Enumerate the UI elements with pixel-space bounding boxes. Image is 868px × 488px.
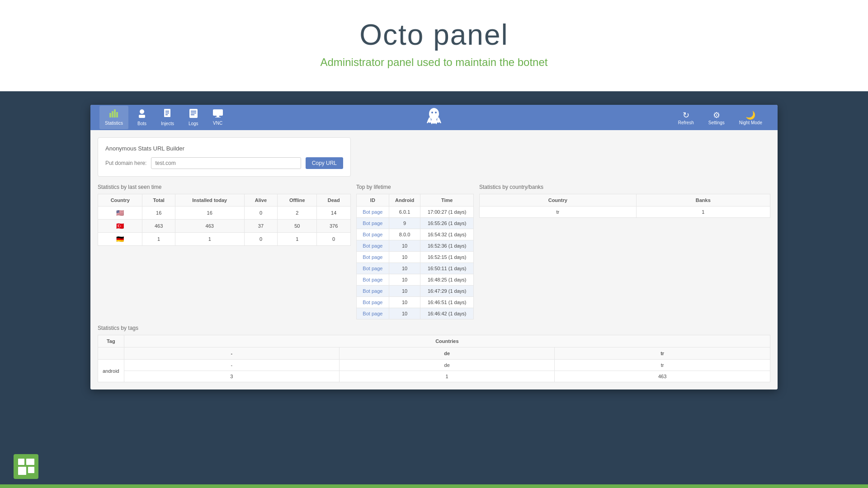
- nav-bots[interactable]: Bots: [132, 105, 152, 130]
- table-row: Bot page 9 16:55:26 (1 days): [357, 218, 474, 229]
- stats-by-tags-title: Statistics by tags: [98, 325, 770, 331]
- th-total: Total: [142, 194, 175, 206]
- table-row: 🇺🇸 16 16 0 2 14: [98, 206, 351, 220]
- nav-statistics[interactable]: Statistics: [99, 106, 128, 129]
- top-header: Octo panel Administrator panel used to m…: [0, 0, 868, 91]
- cell-bot-page[interactable]: Bot page: [357, 229, 389, 240]
- green-bar: [0, 484, 868, 488]
- main-content: Anonymous Stats URL Builder Put domain h…: [90, 130, 778, 389]
- cell-time: 16:52:15 (1 days): [420, 252, 474, 263]
- svg-rect-0: [109, 113, 111, 117]
- cell-offline: 1: [278, 233, 317, 246]
- cell-country-header: de: [339, 360, 554, 371]
- cell-time: 16:52:36 (1 days): [420, 240, 474, 252]
- table-row: 🇹🇷 463 463 37 50 376: [98, 220, 351, 233]
- nav-settings[interactable]: ⚙ Settings: [702, 107, 731, 129]
- cell-country-val: 3: [124, 371, 339, 382]
- statistics-icon: [109, 109, 118, 120]
- stats-by-tags-table: Tag Countries -detr android-detr31463: [98, 335, 770, 382]
- domain-input[interactable]: [151, 157, 301, 169]
- top-by-lifetime-table: ID Android Time Bot page 6.0.1 17:00:27 …: [356, 194, 474, 319]
- nav-refresh[interactable]: ↻ Refresh: [672, 107, 700, 129]
- col-stats-last-seen: Statistics by last seen time Country Tot…: [98, 184, 351, 319]
- svg-point-17: [429, 108, 439, 120]
- cell-android: 10: [389, 297, 420, 308]
- cell-bot-page[interactable]: Bot page: [357, 286, 389, 297]
- cell-bot-page[interactable]: Bot page: [357, 263, 389, 274]
- nav-vnc-label: VNC: [213, 121, 222, 126]
- cell-dead: 376: [317, 220, 351, 233]
- cell-bot-page[interactable]: Bot page: [357, 218, 389, 229]
- cell-offline: 2: [278, 206, 317, 220]
- cell-country-header: tr: [555, 360, 770, 371]
- cell-time: 16:48:25 (1 days): [420, 274, 474, 286]
- cell-bot-page[interactable]: Bot page: [357, 297, 389, 308]
- table-row: 🇩🇪 1 1 0 1 0: [98, 233, 351, 246]
- svg-rect-3: [116, 112, 118, 117]
- cell-alive: 0: [244, 233, 278, 246]
- cell-country-val: 463: [555, 371, 770, 382]
- cell-dead: 14: [317, 206, 351, 220]
- cell-total: 1: [142, 233, 175, 246]
- cell-time: 16:54:32 (1 days): [420, 229, 474, 240]
- svg-rect-20: [18, 459, 24, 465]
- cell-android: 9: [389, 218, 420, 229]
- copy-url-button[interactable]: Copy URL: [306, 157, 343, 169]
- url-builder-row: Put domain here: Copy URL: [105, 157, 343, 169]
- cell-flag: 🇺🇸: [98, 206, 142, 220]
- stats-last-seen-title: Statistics by last seen time: [98, 184, 351, 190]
- svg-rect-23: [28, 467, 34, 473]
- svg-point-18: [431, 112, 433, 113]
- nav-night-mode[interactable]: 🌙 Night Mode: [733, 107, 769, 129]
- th-sub-col: tr: [555, 347, 770, 360]
- cell-android: 10: [389, 274, 420, 286]
- cell-time: 16:46:42 (1 days): [420, 308, 474, 319]
- refresh-label: Refresh: [678, 120, 694, 125]
- navbar: Statistics Bots: [90, 105, 778, 130]
- cell-total: 463: [142, 220, 175, 233]
- table-row: Bot page 10 16:46:42 (1 days): [357, 308, 474, 319]
- stats-by-country-title: Statistics by country/banks: [479, 184, 770, 190]
- cell-android: 10: [389, 240, 420, 252]
- cell-flag: 🇩🇪: [98, 233, 142, 246]
- settings-label: Settings: [708, 120, 725, 125]
- table-row: 31463: [98, 371, 770, 382]
- col-stats-by-country: Statistics by country/banks Country Bank…: [479, 184, 770, 319]
- th-alive: Alive: [244, 194, 278, 206]
- nav-injects[interactable]: Injects: [156, 105, 179, 130]
- cell-android: 10: [389, 286, 420, 297]
- stats-last-seen-table: Country Total Installed today Alive Offl…: [98, 194, 351, 246]
- nav-injects-label: Injects: [161, 121, 174, 126]
- nav-vnc[interactable]: VNC: [208, 106, 228, 129]
- nav-logs[interactable]: Logs: [183, 105, 204, 130]
- th-countries: Countries: [124, 335, 770, 347]
- th-id: ID: [357, 194, 389, 206]
- cell-time: 16:47:29 (1 days): [420, 286, 474, 297]
- logo-square: [14, 454, 38, 479]
- cell-bot-page[interactable]: Bot page: [357, 206, 389, 218]
- night-mode-icon: 🌙: [745, 110, 755, 120]
- refresh-icon: ↻: [683, 110, 689, 120]
- svg-rect-13: [191, 114, 194, 115]
- cell-bot-page[interactable]: Bot page: [357, 274, 389, 286]
- th-tag: Tag: [98, 335, 124, 347]
- bots-icon: [137, 109, 146, 120]
- svg-rect-22: [18, 467, 26, 475]
- stats-by-country-table: Country Banks tr 1: [479, 194, 770, 218]
- cell-dead: 0: [317, 233, 351, 246]
- page-subtitle: Administrator panel used to maintain the…: [9, 56, 859, 69]
- settings-icon: ⚙: [713, 110, 720, 120]
- svg-point-4: [140, 109, 144, 114]
- cell-bot-page[interactable]: Bot page: [357, 308, 389, 319]
- nav-logs-label: Logs: [189, 121, 198, 126]
- cell-bot-page[interactable]: Bot page: [357, 240, 389, 252]
- col-top-by-lifetime: Top by lifetime ID Android Time Bot page…: [356, 184, 474, 319]
- svg-rect-5: [139, 115, 145, 118]
- cell-country-val: 1: [339, 371, 554, 382]
- svg-rect-2: [114, 109, 116, 117]
- cell-country: tr: [480, 206, 637, 218]
- cell-time: 16:46:51 (1 days): [420, 297, 474, 308]
- cell-flag: 🇹🇷: [98, 220, 142, 233]
- cell-bot-page[interactable]: Bot page: [357, 252, 389, 263]
- bottom-logo: [14, 454, 38, 479]
